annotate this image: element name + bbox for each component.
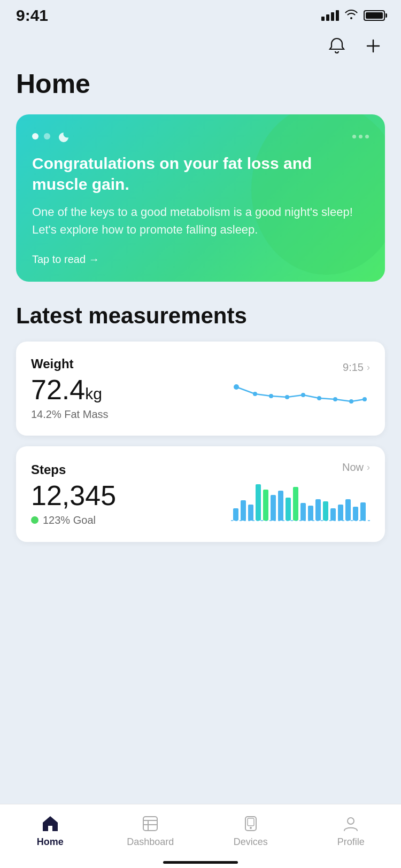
svg-rect-20 <box>293 487 298 521</box>
svg-rect-22 <box>308 506 313 521</box>
svg-rect-14 <box>248 505 253 521</box>
svg-rect-13 <box>241 500 246 521</box>
nav-devices[interactable]: Devices <box>200 804 301 857</box>
measurements-section-title: Latest measurements <box>0 303 401 342</box>
profile-icon <box>341 814 360 833</box>
svg-rect-19 <box>286 498 291 521</box>
weight-chart-area: 9:15 › <box>231 361 370 416</box>
status-bar: 9:41 <box>0 0 401 29</box>
svg-rect-36 <box>248 818 254 826</box>
svg-rect-18 <box>278 491 283 521</box>
svg-point-10 <box>363 397 367 401</box>
steps-label: Steps <box>31 462 116 477</box>
hero-card[interactable]: Congratulations on your fat loss and mus… <box>16 114 385 282</box>
weight-chart <box>231 379 370 416</box>
weight-card[interactable]: Weight 72.4kg 14.2% Fat Mass 9:15 › <box>16 342 385 436</box>
goal-dot <box>31 516 38 524</box>
header-actions <box>325 34 385 58</box>
svg-rect-25 <box>330 508 336 521</box>
svg-point-4 <box>269 394 273 398</box>
status-time: 9:41 <box>16 6 48 25</box>
header <box>0 29 401 68</box>
wifi-icon <box>344 9 358 22</box>
svg-point-6 <box>301 393 305 397</box>
weight-label: Weight <box>31 356 109 371</box>
hero-dots-left <box>32 129 70 143</box>
steps-card[interactable]: Steps 12,345 123% Goal Now › <box>16 446 385 542</box>
svg-rect-29 <box>360 502 366 521</box>
hero-title: Congratulations on your fat loss and mus… <box>32 153 369 195</box>
home-indicator <box>163 861 238 864</box>
steps-value: 12,345 <box>31 480 116 511</box>
steps-chevron: › <box>367 462 370 473</box>
weight-chevron: › <box>367 362 370 373</box>
hero-bg-shape <box>251 114 385 275</box>
steps-sub: 123% Goal <box>31 514 116 526</box>
signal-icon <box>321 10 339 21</box>
nav-devices-label: Devices <box>234 836 268 848</box>
bottom-nav: Home Dashboard Devices Profile <box>0 804 401 868</box>
add-button[interactable] <box>361 34 385 58</box>
weight-sub: 14.2% Fat Mass <box>31 408 109 421</box>
devices-icon <box>241 814 260 833</box>
weight-time: 9:15 › <box>343 361 370 374</box>
notification-button[interactable] <box>325 34 349 58</box>
svg-point-3 <box>253 392 257 396</box>
svg-rect-15 <box>256 484 261 521</box>
moon-icon <box>58 131 70 143</box>
svg-point-2 <box>234 384 239 390</box>
steps-chart <box>231 479 370 527</box>
nav-dashboard-label: Dashboard <box>127 836 174 848</box>
hero-subtitle: One of the keys to a good metabolism is … <box>32 203 369 238</box>
weight-value: 72.4kg <box>31 375 109 405</box>
nav-home-label: Home <box>37 836 64 848</box>
svg-point-37 <box>348 818 354 824</box>
svg-rect-26 <box>338 505 343 521</box>
nav-home[interactable]: Home <box>0 804 101 857</box>
svg-point-8 <box>333 397 337 401</box>
dashboard-icon <box>141 814 160 833</box>
steps-info: Steps 12,345 123% Goal <box>31 462 116 526</box>
hero-cta[interactable]: Tap to read → <box>32 253 99 265</box>
svg-rect-28 <box>353 507 358 521</box>
svg-point-5 <box>285 395 289 399</box>
svg-point-9 <box>349 399 353 404</box>
status-icons <box>321 9 385 22</box>
svg-rect-27 <box>345 499 351 521</box>
svg-rect-24 <box>323 501 328 521</box>
svg-rect-16 <box>263 490 268 521</box>
steps-chart-area: Now › <box>231 461 370 527</box>
home-icon <box>41 814 60 833</box>
nav-profile[interactable]: Profile <box>301 804 402 857</box>
svg-rect-23 <box>315 499 321 521</box>
page-title: Home <box>0 68 401 114</box>
svg-rect-12 <box>233 508 238 521</box>
steps-time: Now › <box>342 461 370 474</box>
svg-rect-21 <box>300 503 306 521</box>
svg-point-35 <box>250 827 252 829</box>
svg-rect-30 <box>143 817 157 831</box>
hero-dot-1 <box>32 133 38 140</box>
svg-rect-17 <box>271 495 276 521</box>
nav-profile-label: Profile <box>337 836 365 848</box>
hero-dot-2 <box>44 133 50 140</box>
nav-dashboard[interactable]: Dashboard <box>101 804 201 857</box>
battery-icon <box>364 10 385 21</box>
weight-info: Weight 72.4kg 14.2% Fat Mass <box>31 356 109 421</box>
svg-point-7 <box>317 396 321 400</box>
